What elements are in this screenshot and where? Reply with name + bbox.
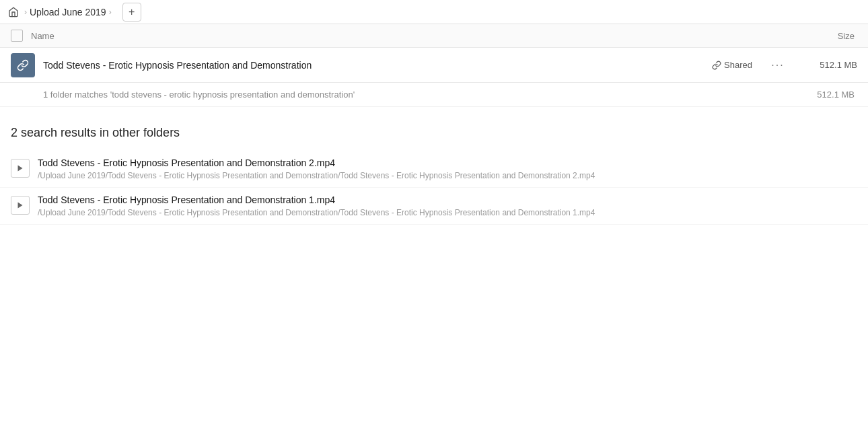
topbar: › Upload June 2019 › + — [0, 0, 868, 24]
match-summary-size: 512.1 MB — [803, 90, 857, 100]
breadcrumb-label[interactable]: Upload June 2019 — [30, 7, 106, 17]
file-name: Todd Stevens - Erotic Hypnosis Presentat… — [38, 194, 857, 205]
column-header: Name Size — [0, 24, 868, 48]
select-all-checkbox[interactable] — [11, 30, 23, 42]
file-thumb-icon — [11, 159, 30, 178]
file-info: Todd Stevens - Erotic Hypnosis Presentat… — [38, 194, 857, 217]
file-info: Todd Stevens - Erotic Hypnosis Presentat… — [38, 157, 857, 180]
folder-name: Todd Stevens - Erotic Hypnosis Presentat… — [43, 60, 712, 71]
folder-row[interactable]: Todd Stevens - Erotic Hypnosis Presentat… — [0, 48, 868, 83]
folder-size: 512.1 MB — [803, 60, 857, 70]
shared-label: Shared — [724, 60, 752, 70]
name-column-header: Name — [31, 31, 838, 41]
file-name: Todd Stevens - Erotic Hypnosis Presentat… — [38, 157, 857, 168]
folder-icon — [11, 53, 35, 77]
file-path: /Upload June 2019/Todd Stevens - Erotic … — [38, 208, 857, 217]
more-options-button[interactable]: ··· — [768, 56, 787, 75]
match-summary-text: 1 folder matches 'todd stevens - erotic … — [43, 90, 355, 100]
match-summary: 1 folder matches 'todd stevens - erotic … — [0, 83, 868, 107]
add-button[interactable]: + — [122, 3, 141, 22]
breadcrumb-chevron-2: › — [109, 7, 112, 17]
home-icon[interactable] — [5, 4, 22, 20]
size-column-header: Size — [838, 31, 855, 41]
other-folders-heading: 2 search results in other folders — [0, 107, 868, 151]
shared-badge: Shared — [712, 60, 752, 70]
breadcrumb-chevron: › — [24, 7, 27, 17]
file-path: /Upload June 2019/Todd Stevens - Erotic … — [38, 171, 857, 180]
svg-marker-0 — [18, 166, 23, 172]
svg-marker-1 — [18, 203, 23, 209]
file-item[interactable]: Todd Stevens - Erotic Hypnosis Presentat… — [0, 151, 868, 188]
file-thumb-icon — [11, 196, 30, 215]
file-list: Todd Stevens - Erotic Hypnosis Presentat… — [0, 151, 868, 225]
link-icon — [712, 61, 721, 70]
file-item[interactable]: Todd Stevens - Erotic Hypnosis Presentat… — [0, 188, 868, 225]
